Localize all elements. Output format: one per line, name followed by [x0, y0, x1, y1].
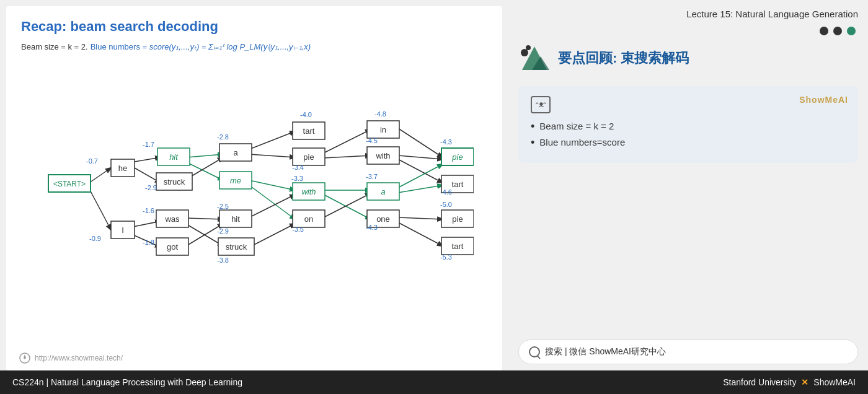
svg-line-18 — [324, 129, 371, 153]
svg-line-22 — [324, 193, 371, 217]
svg-text:-4.8: -4.8 — [374, 110, 386, 118]
svg-line-26 — [398, 164, 443, 188]
svg-text:-3.5: -3.5 — [292, 225, 304, 233]
left-panel: Recap: beam search decoding Beam size = … — [6, 6, 502, 370]
formula-prefix: Beam size = k = 2. — [21, 42, 88, 51]
svg-text:-1.6: -1.6 — [143, 207, 154, 214]
svg-text:-5.3: -5.3 — [440, 253, 452, 261]
svg-text:with: with — [301, 187, 316, 196]
svg-text:-2.9: -2.9 — [145, 184, 157, 191]
svg-text:in: in — [380, 125, 386, 134]
svg-text:-1.8: -1.8 — [143, 239, 154, 246]
robot-icon: ᵔᴥᵔ — [531, 96, 551, 113]
svg-line-19 — [324, 155, 371, 158]
svg-line-28 — [398, 217, 443, 219]
bottom-bar: CS224n | Natural Language Processing wit… — [0, 370, 868, 394]
svg-text:struck: struck — [164, 177, 185, 186]
svg-text:struck: struck — [226, 242, 247, 252]
svg-text:got: got — [167, 242, 178, 252]
svg-text:I: I — [122, 225, 124, 235]
right-panel: Lecture 15: Natural Language Generation … — [508, 0, 868, 370]
svg-line-12 — [249, 131, 295, 149]
svg-text:-5.0: -5.0 — [440, 201, 452, 208]
x-symbol: ✕ — [801, 377, 808, 387]
svg-text:one: one — [376, 214, 390, 224]
svg-line-25 — [398, 159, 443, 183]
bottom-left: CS224n | Natural Language Processing wit… — [12, 377, 242, 387]
course-code: CS224n — [12, 377, 44, 387]
svg-text:pie: pie — [452, 214, 463, 224]
diagram-svg: <START> he I hit struck was got — [21, 61, 474, 322]
bullet-item-2: Blue numbers=score — [531, 137, 846, 148]
svg-text:tart: tart — [452, 242, 464, 251]
svg-text:-3.8: -3.8 — [217, 256, 229, 264]
svg-line-6 — [187, 154, 223, 157]
search-text: 搜索 | 微信 ShowMeAI研究中心 — [545, 346, 666, 357]
mountain-icon — [518, 43, 551, 74]
svg-text:-4.3: -4.3 — [440, 138, 452, 146]
svg-text:a: a — [381, 187, 385, 196]
svg-text:-4.0: -4.0 — [300, 111, 312, 118]
bullet-item-1: Beam size = k = 2 — [531, 121, 846, 132]
showmeai-label: ShowMeAI — [799, 95, 848, 105]
card-header: ᵔᴥᵔ ShowMeAI — [531, 96, 846, 113]
lecture-title: Lecture 15: Natural Language Generation — [518, 6, 858, 19]
watermark: http://www.showmeai.tech/ — [19, 352, 123, 364]
search-icon — [529, 346, 540, 357]
svg-text:-3.7: -3.7 — [366, 173, 378, 180]
svg-text:-0.7: -0.7 — [86, 157, 98, 165]
svg-line-2 — [135, 157, 161, 162]
diagram-container: <START> he I hit struck was got — [21, 61, 474, 322]
formula-line: Beam size = k = 2. Blue numbers = score(… — [21, 42, 487, 51]
svg-text:-1.7: -1.7 — [143, 141, 154, 148]
search-bar[interactable]: 搜索 | 微信 ShowMeAI研究中心 — [518, 339, 858, 364]
svg-text:-2.5: -2.5 — [217, 203, 229, 210]
svg-line-13 — [249, 154, 295, 157]
svg-line-9 — [187, 218, 223, 219]
svg-text:-2.9: -2.9 — [217, 227, 229, 235]
svg-point-101 — [521, 49, 528, 56]
svg-text:pie: pie — [451, 152, 463, 162]
svg-text:with: with — [375, 151, 390, 160]
svg-text:me: me — [230, 176, 241, 185]
svg-line-14 — [249, 180, 295, 190]
dots-row — [518, 27, 858, 35]
bullet-list: Beam size = k = 2 Blue numbers=score — [531, 121, 846, 148]
svg-text:-4.3: -4.3 — [366, 224, 378, 231]
dot-1 — [820, 27, 828, 35]
svg-line-29 — [398, 222, 443, 246]
svg-line-23 — [398, 128, 443, 157]
svg-text:-4.5: -4.5 — [366, 137, 378, 144]
course-desc: | Natural Language Processing with Deep … — [46, 377, 242, 387]
svg-text:-0.9: -0.9 — [89, 235, 101, 242]
svg-line-1 — [89, 189, 111, 230]
svg-text:-3.4: -3.4 — [292, 164, 304, 171]
svg-text:tart: tart — [452, 180, 464, 189]
svg-text:tart: tart — [303, 126, 315, 136]
svg-text:-4.6: -4.6 — [440, 188, 452, 196]
svg-line-24 — [398, 155, 443, 159]
svg-line-27 — [398, 185, 443, 193]
attribution-text: Stanford University ✕ ShowMeAI — [723, 377, 856, 387]
slide-title: Recap: beam search decoding — [21, 19, 487, 35]
dot-3 — [847, 27, 856, 35]
svg-line-0 — [89, 168, 111, 183]
svg-text:<START>: <START> — [53, 180, 86, 188]
svg-text:-3.3: -3.3 — [291, 175, 303, 182]
svg-text:-2.8: -2.8 — [217, 133, 229, 141]
compass-icon — [19, 352, 31, 364]
svg-text:was: was — [164, 214, 180, 224]
svg-line-17 — [249, 224, 295, 247]
svg-text:a: a — [233, 148, 238, 157]
svg-point-102 — [526, 45, 531, 50]
formula-blue: Blue numbers = score(y₁,...,yₜ) = Σᵢ₌₁ᵗ … — [91, 42, 311, 51]
info-card: ᵔᴥᵔ ShowMeAI Beam size = k = 2 Blue numb… — [518, 86, 858, 163]
svg-text:hit: hit — [231, 214, 240, 224]
svg-text:he: he — [118, 164, 127, 173]
svg-text:pie: pie — [303, 152, 314, 162]
main-area: Recap: beam search decoding Beam size = … — [0, 0, 868, 370]
svg-line-21 — [324, 195, 371, 219]
bottom-right: Stanford University ✕ ShowMeAI — [723, 377, 856, 387]
section-title: 要点回顾: 束搜索解码 — [558, 49, 689, 68]
dot-2 — [833, 27, 842, 35]
